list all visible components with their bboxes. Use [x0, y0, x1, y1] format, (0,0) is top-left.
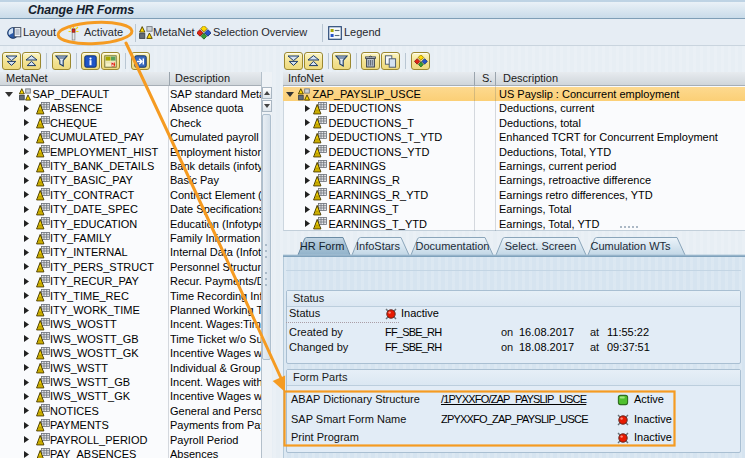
svg-text:Select. Screen: Select. Screen	[505, 240, 577, 252]
svg-text:HR Form: HR Form	[300, 240, 345, 252]
svg-text:Cumulation WTs: Cumulation WTs	[590, 240, 671, 252]
svg-text:2: 2	[112, 61, 115, 67]
svg-text:Documentation: Documentation	[416, 240, 490, 252]
svg-text:InfoStars: InfoStars	[356, 240, 401, 252]
